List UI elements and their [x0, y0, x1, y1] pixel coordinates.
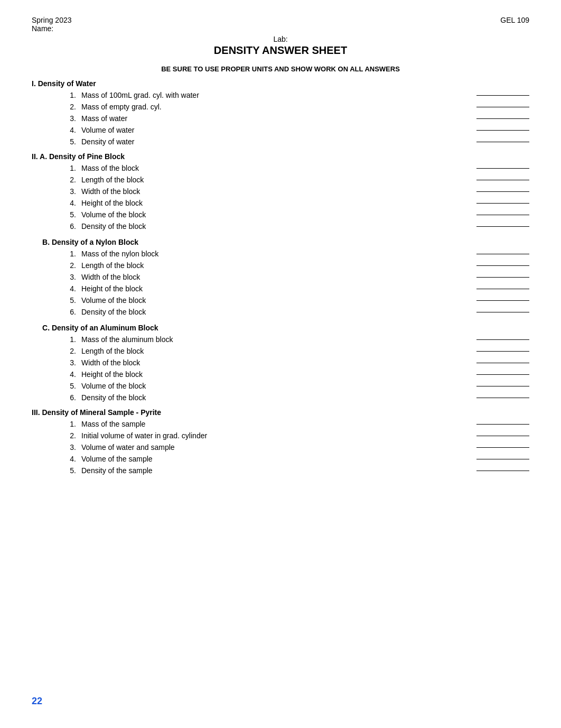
question-number: 3. — [63, 187, 76, 196]
question-text: Volume of the block — [81, 296, 466, 305]
header-left: Spring 2023 Name: — [32, 16, 72, 33]
question-text: Height of the block — [81, 370, 466, 379]
list-item: 4. Height of the block — [63, 370, 529, 379]
question-number: 2. — [63, 176, 76, 184]
question-text: Density of the block — [81, 393, 466, 402]
question-text: Volume of the sample — [81, 455, 466, 463]
question-text: Density of the block — [81, 222, 466, 231]
question-number: 2. — [63, 261, 76, 270]
answer-line — [476, 374, 529, 375]
question-number: 3. — [63, 114, 76, 123]
list-item: 3. Width of the block — [63, 187, 529, 196]
question-number: 6. — [63, 222, 76, 231]
answer-line — [476, 398, 529, 398]
answer-line — [476, 386, 529, 386]
section-IIC-title: C. Density of an Aluminum Block — [32, 324, 529, 332]
list-item: 5. Density of water — [63, 137, 529, 146]
question-number: 4. — [63, 126, 76, 134]
list-item: 5. Density of the sample — [63, 466, 529, 475]
answer-line — [476, 277, 529, 278]
question-number: 5. — [63, 137, 76, 146]
answer-line — [476, 168, 529, 169]
list-item: 1. Mass of the block — [63, 164, 529, 172]
answer-line — [476, 215, 529, 215]
answer-line — [476, 339, 529, 340]
list-item: 5. Volume of the block — [63, 382, 529, 390]
question-text: Mass of 100mL grad. cyl. with water — [81, 91, 466, 99]
answer-line — [476, 471, 529, 471]
name-label: Name: — [32, 24, 72, 33]
question-number: 5. — [63, 382, 76, 390]
list-item: 2. Length of the block — [63, 347, 529, 355]
section-IIB: B. Density of a Nylon Block 1. Mass of t… — [32, 238, 529, 316]
answer-line — [476, 107, 529, 107]
question-number: 3. — [63, 443, 76, 451]
question-text: Length of the block — [81, 261, 466, 270]
answer-line — [476, 95, 529, 96]
section-I: I. Density of Water 1. Mass of 100mL gra… — [32, 79, 529, 146]
question-text: Width of the block — [81, 358, 466, 367]
question-number: 2. — [63, 347, 76, 355]
question-text: Initial volume of water in grad. cylinde… — [81, 431, 466, 440]
section-IIA: II. A. Density of Pine Block 1. Mass of … — [32, 152, 529, 231]
answer-line — [476, 180, 529, 180]
list-item: 4. Height of the block — [63, 284, 529, 293]
question-text: Density of water — [81, 137, 466, 146]
list-item: 3. Width of the block — [63, 358, 529, 367]
list-item: 3. Width of the block — [63, 273, 529, 281]
answer-line — [476, 363, 529, 363]
section-I-questions: 1. Mass of 100mL grad. cyl. with water 2… — [32, 91, 529, 146]
list-item: 1. Mass of the sample — [63, 420, 529, 428]
question-number: 6. — [63, 308, 76, 316]
list-item: 4. Volume of water — [63, 126, 529, 134]
page-header: Spring 2023 Name: GEL 109 — [32, 16, 529, 33]
answer-line — [476, 312, 529, 312]
answer-line — [476, 142, 529, 142]
list-item: 1. Mass of the nylon block — [63, 250, 529, 258]
section-IIB-title: B. Density of a Nylon Block — [32, 238, 529, 246]
question-text: Length of the block — [81, 347, 466, 355]
question-number: 1. — [63, 164, 76, 172]
answer-line — [476, 436, 529, 436]
section-IIA-title: II. A. Density of Pine Block — [32, 152, 529, 161]
question-text: Volume of water — [81, 126, 466, 134]
question-text: Density of the block — [81, 308, 466, 316]
lab-label: Lab: — [32, 35, 529, 43]
section-IIA-questions: 1. Mass of the block 2. Length of the bl… — [32, 164, 529, 231]
answer-line — [476, 118, 529, 119]
question-number: 5. — [63, 210, 76, 219]
list-item: 5. Volume of the block — [63, 210, 529, 219]
list-item: 1. Mass of the aluminum block — [63, 335, 529, 344]
question-number: 3. — [63, 273, 76, 281]
answer-line — [476, 447, 529, 448]
list-item: 4. Volume of the sample — [63, 455, 529, 463]
list-item: 6. Density of the block — [63, 393, 529, 402]
list-item: 2. Initial volume of water in grad. cyli… — [63, 431, 529, 440]
question-text: Mass of the sample — [81, 420, 466, 428]
course-code: GEL 109 — [500, 16, 529, 33]
question-number: 5. — [63, 296, 76, 305]
question-number: 5. — [63, 466, 76, 475]
section-IIC-questions: 1. Mass of the aluminum block 2. Length … — [32, 335, 529, 402]
section-III: III. Density of Mineral Sample - Pyrite … — [32, 408, 529, 475]
page-number: 22 — [32, 696, 42, 707]
question-text: Mass of water — [81, 114, 466, 123]
list-item: 4. Height of the block — [63, 199, 529, 207]
question-text: Density of the sample — [81, 466, 466, 475]
answer-line — [476, 289, 529, 289]
answer-line — [476, 130, 529, 131]
question-text: Mass of the nylon block — [81, 250, 466, 258]
answer-line — [476, 226, 529, 227]
list-item: 2. Length of the block — [63, 261, 529, 270]
list-item: 3. Mass of water — [63, 114, 529, 123]
question-text: Volume of the block — [81, 210, 466, 219]
list-item: 1. Mass of 100mL grad. cyl. with water — [63, 91, 529, 99]
question-number: 1. — [63, 335, 76, 344]
answer-line — [476, 254, 529, 254]
question-text: Width of the block — [81, 187, 466, 196]
question-text: Length of the block — [81, 176, 466, 184]
question-number: 6. — [63, 393, 76, 402]
section-IIC: C. Density of an Aluminum Block 1. Mass … — [32, 324, 529, 402]
question-number: 4. — [63, 284, 76, 293]
instruction-text: BE SURE TO USE PROPER UNITS AND SHOW WOR… — [32, 65, 529, 73]
